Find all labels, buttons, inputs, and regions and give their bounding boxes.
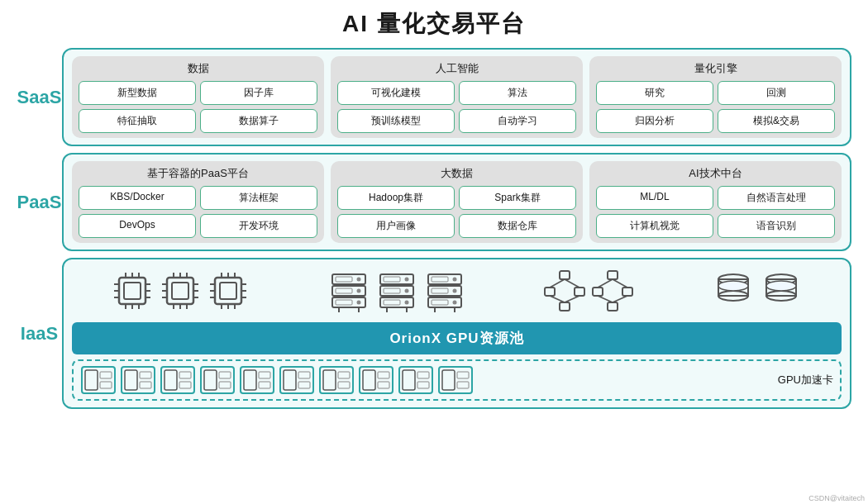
svg-rect-61	[384, 300, 400, 305]
svg-point-58	[404, 301, 408, 305]
svg-rect-131	[399, 367, 432, 393]
svg-rect-75	[560, 271, 570, 279]
gpu-card-4	[199, 365, 236, 395]
paas-group-aitec-cells: ML/DL 自然语言处理 计算机视觉 语音识别	[596, 186, 835, 238]
saas-modules-row: 数据 新型数据 因子库 特征抽取 数据算子 人工智能 可视化建模 算法 预训练模…	[72, 56, 842, 138]
svg-rect-77	[575, 288, 584, 296]
saas-group-data-title: 数据	[79, 61, 317, 76]
svg-rect-124	[323, 370, 336, 390]
svg-rect-133	[417, 372, 429, 378]
paas-group-bigdata-title: 大数据	[337, 166, 576, 181]
svg-rect-14	[167, 278, 193, 304]
svg-rect-132	[403, 370, 415, 390]
svg-rect-78	[560, 302, 570, 311]
iaas-row: IaaS	[17, 258, 851, 409]
svg-rect-116	[244, 370, 256, 390]
svg-rect-104	[125, 370, 137, 390]
gpu-cards-icons	[80, 365, 771, 395]
svg-rect-102	[100, 382, 112, 388]
svg-point-98	[766, 281, 796, 291]
saas-group-ai-cells: 可视化建模 算法 预训练模型 自动学习	[337, 81, 576, 133]
cell-shujusuanzi: 数据算子	[200, 109, 317, 133]
cpu-chip-icon-1	[111, 269, 154, 312]
svg-rect-85	[622, 288, 632, 296]
svg-rect-84	[593, 288, 603, 296]
svg-point-57	[404, 289, 408, 293]
gpu-card-10	[437, 365, 474, 395]
svg-rect-130	[378, 382, 389, 388]
svg-rect-15	[172, 283, 188, 299]
svg-rect-48	[336, 277, 352, 282]
cell-guiyin: 归因分析	[596, 109, 713, 133]
gpu-card-6	[279, 365, 315, 395]
gpu-cards-row: GPU加速卡	[72, 359, 842, 401]
svg-line-80	[565, 279, 579, 288]
gpu-label: GPU加速卡	[778, 373, 833, 388]
svg-rect-107	[161, 367, 194, 393]
server-icon-3	[423, 269, 466, 312]
svg-rect-129	[378, 372, 389, 378]
paas-group-bigdata: 大数据 Hadoop集群 Spark集群 用户画像 数据仓库	[331, 161, 583, 243]
paas-group-aitec: AI技术中台 ML/DL 自然语言处理 计算机视觉 语音识别	[589, 161, 842, 243]
cell-spark: Spark集群	[459, 186, 576, 210]
cell-kbs: KBS/Docker	[79, 186, 196, 210]
svg-rect-134	[417, 382, 429, 388]
svg-rect-128	[363, 370, 375, 390]
cell-hadoop: Hadoop集群	[337, 186, 455, 210]
iaas-content: OrionX GPU资源池	[62, 258, 851, 409]
svg-rect-0	[119, 278, 145, 304]
paas-group-container: 基于容器的PaaS平台 KBS/Docker 算法框架 DevOps 开发环境	[72, 161, 324, 243]
cell-suanfa: 算法	[459, 81, 576, 105]
svg-rect-108	[165, 370, 177, 390]
network-group	[543, 269, 634, 312]
svg-rect-49	[336, 288, 352, 293]
svg-rect-117	[259, 372, 270, 378]
svg-rect-110	[179, 382, 191, 388]
saas-group-quant: 量化引擎 研究 回测 归因分析 模拟&交易	[589, 56, 842, 138]
cell-yuyin: 语音识别	[718, 214, 835, 238]
paas-row: PaaS 基于容器的PaaS平台 KBS/Docker 算法框架 DevOps …	[17, 153, 851, 251]
saas-group-data: 数据 新型数据 因子库 特征抽取 数据算子	[72, 56, 324, 138]
cell-shujucangku: 数据仓库	[459, 214, 576, 238]
svg-rect-1	[124, 283, 141, 299]
paas-group-aitec-title: AI技术中台	[596, 166, 835, 181]
cell-devops: DevOps	[79, 214, 196, 238]
gpu-card-3	[160, 365, 196, 395]
svg-point-46	[356, 289, 360, 293]
saas-row: SaaS 数据 新型数据 因子库 特征抽取 数据算子 人工智能	[17, 48, 851, 146]
svg-rect-126	[338, 382, 350, 388]
storage-icon-1	[712, 269, 755, 312]
svg-rect-123	[320, 367, 353, 393]
saas-group-ai: 人工智能 可视化建模 算法 预训练模型 自动学习	[331, 56, 583, 138]
svg-line-79	[550, 279, 565, 288]
cell-moni: 模拟&交易	[718, 109, 835, 133]
cpu-chips-group	[111, 269, 250, 312]
svg-rect-76	[545, 288, 555, 296]
svg-rect-100	[85, 370, 98, 390]
paas-group-container-title: 基于容器的PaaS平台	[79, 166, 317, 181]
cpu-chip-icon-3	[207, 269, 250, 312]
paas-label: PaaS	[17, 192, 62, 213]
cell-ziran: 自然语言处理	[718, 186, 835, 210]
servers-group	[327, 269, 466, 312]
cell-yuxunlian: 预训练模型	[337, 109, 455, 133]
cell-yanjiu: 研究	[596, 81, 713, 105]
saas-content: 数据 新型数据 因子库 特征抽取 数据算子 人工智能 可视化建模 算法 预训练模…	[62, 48, 851, 146]
gpu-card-8	[358, 365, 394, 395]
svg-rect-29	[220, 283, 236, 299]
server-icon-2	[375, 269, 418, 312]
svg-point-45	[356, 278, 360, 282]
cell-yonghuhua: 用户画像	[337, 214, 455, 238]
svg-line-89	[598, 296, 613, 302]
svg-line-87	[598, 279, 613, 288]
svg-line-82	[565, 296, 579, 302]
svg-point-67	[452, 278, 456, 282]
svg-rect-60	[384, 288, 400, 293]
saas-group-ai-title: 人工智能	[337, 61, 576, 76]
gpu-card-2	[120, 365, 156, 395]
watermark: CSDN@vitaitech	[808, 494, 865, 502]
svg-rect-99	[82, 367, 115, 393]
paas-group-bigdata-cells: Hadoop集群 Spark集群 用户画像 数据仓库	[337, 186, 576, 238]
svg-rect-72	[432, 300, 448, 305]
svg-rect-119	[280, 367, 313, 393]
